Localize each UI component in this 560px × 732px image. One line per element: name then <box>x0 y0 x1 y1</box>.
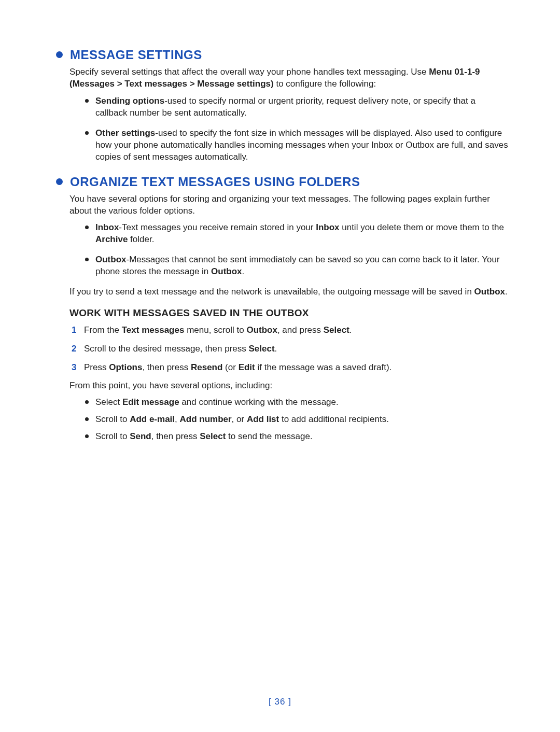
subheading-outbox: Work with messages saved in the Outbox <box>69 307 508 319</box>
step-item: Scroll to the desired message, then pres… <box>72 343 508 355</box>
list-item: Inbox-Text messages you receive remain s… <box>85 222 508 246</box>
list-item: Outbox-Messages that cannot be sent imme… <box>85 254 508 278</box>
options-list: Select Edit message and continue working… <box>69 397 508 443</box>
bullet-icon <box>56 51 63 58</box>
steps-list: From the Text messages menu, scroll to O… <box>69 324 508 373</box>
folders-list: Inbox-Text messages you receive remain s… <box>69 222 508 278</box>
step-item: From the Text messages menu, scroll to O… <box>72 324 508 336</box>
heading-row: Message Settings <box>52 48 508 65</box>
bullet-icon <box>56 178 63 185</box>
list-item: Select Edit message and continue working… <box>85 397 508 409</box>
step-item: Press Options, then press Resend (or Edi… <box>72 361 508 374</box>
page-content: Message Settings Specify several setting… <box>0 0 560 485</box>
after-paragraph: If you try to send a text message and th… <box>69 286 508 298</box>
section-message-settings: Message Settings Specify several setting… <box>52 48 508 163</box>
intro-paragraph: You have several options for storing and… <box>69 193 508 217</box>
list-item: Scroll to Add e-mail, Add number, or Add… <box>85 414 508 426</box>
section-organize-folders: Organize Text Messages Using Folders You… <box>52 175 508 443</box>
settings-list: Sending options-used to specify normal o… <box>69 95 508 163</box>
section-title: Organize Text Messages Using Folders <box>70 175 360 189</box>
page-number: [ 36 ] <box>0 697 560 707</box>
section-title: Message Settings <box>70 48 202 62</box>
intro-paragraph: Specify several settings that affect the… <box>69 66 508 90</box>
list-item: Sending options-used to specify normal o… <box>85 95 508 119</box>
section-body: You have several options for storing and… <box>69 193 508 443</box>
list-item: Scroll to Send, then press Select to sen… <box>85 431 508 443</box>
list-item: Other settings-used to specify the font … <box>85 128 508 163</box>
heading-row: Organize Text Messages Using Folders <box>52 175 508 192</box>
section-body: Specify several settings that affect the… <box>69 66 508 163</box>
after-steps-paragraph: From this point, you have several option… <box>69 380 508 392</box>
